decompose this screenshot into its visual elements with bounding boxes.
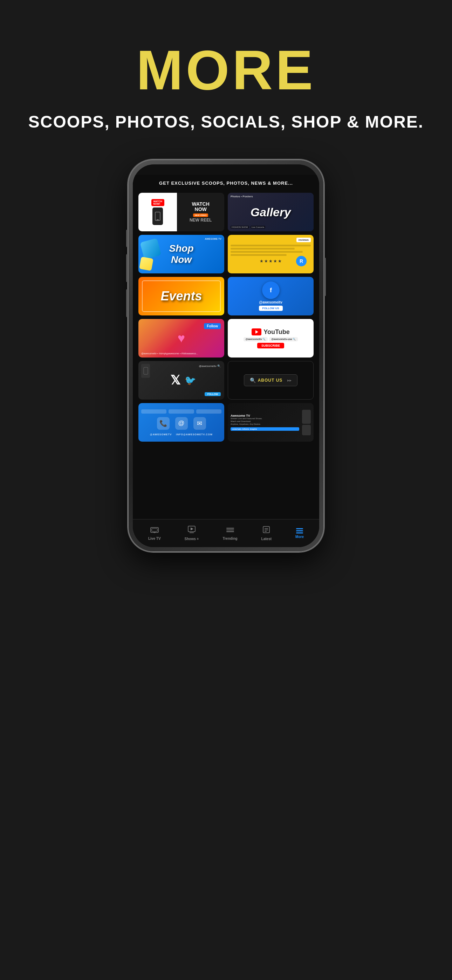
power-button[interactable] [324,258,326,296]
tile-gallery[interactable]: Photos • Posters Gallery FASHION SHOW Li… [228,193,314,231]
twitter-phone-icon [141,364,150,378]
tile-facebook[interactable]: f @awesomeitv FOLLOW US [228,277,314,315]
shop-decor-2 [139,256,153,271]
tile-events[interactable]: Events [138,277,224,315]
svg-rect-4 [144,368,148,374]
tile-watch-now[interactable]: WATCHNOW! WATCHNOW [138,193,224,231]
nav-item-more[interactable]: More [295,528,304,539]
youtube-handle-2: @awesometv-usa 🔍 [269,337,298,341]
about-search-icon: 🔍 [250,377,256,383]
tile-reviews[interactable]: reviews R ★ ★ [228,235,314,274]
contact-tab-2 [169,409,194,414]
screen-content: GET EXCLUSIVE SCOOPS, PHOTOS, NEWS & MOR… [133,175,319,547]
hero-title: MORE [136,42,316,98]
tile-app[interactable]: Awesome TV Stream Live and Featured Show… [228,403,314,442]
hamburger-line-3 [296,532,303,533]
svg-rect-14 [226,531,234,532]
svg-rect-13 [226,530,234,530]
app-text-col: Awesome TV Stream Live and Featured Show… [231,414,299,430]
nav-label-shows: Shows + [185,537,199,541]
twitter-bird-icon: 🐦 [184,374,196,387]
contact-icons: 📞 @ ✉ [157,417,206,430]
watch-now-badge: WATCHNOW! [151,199,164,206]
svg-rect-8 [152,528,157,531]
review-lines [231,245,311,257]
app-title: Awesome TV [231,414,299,417]
tile-watch-now-left: WATCHNOW! [138,193,177,231]
contact-tabs [141,409,221,414]
instagram-follow-badge: Follow [204,323,221,329]
reviews-stars: ★ ★ ★ ★ ★ [259,259,282,264]
app-phone-icons [302,410,311,435]
hamburger-line-2 [296,530,303,531]
phone-inner: GET EXCLUSIVE SCOOPS, PHOTOS, NEWS & MOR… [133,164,319,547]
watch-now-label: WATCHNOW [192,202,209,212]
reviews-icon: R [296,256,307,266]
nav-item-latest[interactable]: Latest [261,526,272,541]
gallery-label: Gallery [250,205,291,219]
tile-shop[interactable]: AWESOME TV ShopNow [138,235,224,274]
twitter-follow-button[interactable]: FOLLOW [205,392,221,396]
tiles-grid: WATCHNOW! WATCHNOW [133,190,319,547]
more-icon [296,528,303,533]
hero-section: MORE SCOOPS, PHOTOS, SOCIALS, SHOP & MOR… [0,0,452,153]
hero-subtitle: SCOOPS, PHOTOS, SOCIALS, SHOP & MORE. [29,112,423,131]
youtube-icon [251,328,261,336]
hamburger-menu-icon [296,528,303,533]
tile-contact[interactable]: 📞 @ ✉ @AWESOMETV INFO@AWESOMETV.COM [138,403,224,442]
awesome-tv-label: AWESOME TV [205,238,221,240]
svg-rect-12 [226,528,234,528]
latest-icon [263,526,270,536]
svg-marker-10 [191,528,193,530]
phone-section: GET EXCLUSIVE SCOOPS, PHOTOS, NEWS & MOR… [0,153,452,580]
app-phone-mini-1 [302,410,311,424]
heart-icon: ♥ [173,329,190,347]
email-contact-icon: ✉ [193,417,206,430]
about-us-arrow: ▶▶ [287,379,291,382]
volume-mute-button[interactable] [126,229,128,247]
hamburger-line-1 [296,528,303,529]
svg-rect-1 [157,220,159,220]
facebook-handle: @awesomeitv [259,301,282,304]
volume-up-button[interactable] [126,254,128,282]
at-contact-icon: @ [175,417,188,430]
contact-bottom-text: @AWESOMETV INFO@AWESOMETV.COM [150,433,213,436]
tile-twitter[interactable]: 𝕏 🐦 @awesomeitv 🔍 FOLLOW [138,361,224,399]
live-tv-icon [150,526,159,535]
nav-item-live-tv[interactable]: Live TV [148,526,161,541]
nav-label-live-tv: Live TV [148,537,161,541]
tile-instagram[interactable]: ♥ Follow @awesomeitv • #simplypawesome •… [138,319,224,358]
trending-icon [226,526,234,535]
phone-outer: GET EXCLUSIVE SCOOPS, PHOTOS, NEWS & MOR… [128,159,324,552]
reviews-badge: reviews [296,238,311,242]
contact-tab-1 [141,409,166,414]
x-logo-icon: 𝕏 [166,372,184,389]
youtube-header: YouTube [251,328,290,336]
nav-item-trending[interactable]: Trending [223,526,237,541]
app-badge: entertain. inform. inspire [231,427,299,431]
facebook-follow-button[interactable]: FOLLOW US [259,305,283,311]
tile-about[interactable]: 🔍 ABOUT US ▶▶ [228,361,314,399]
youtube-handles: @awesomeitv 🔍 @awesometv-usa 🔍 [244,337,298,341]
facebook-icon: f [262,282,280,299]
gallery-tags: FASHION SHOW Live Concerts [231,226,311,229]
photos-label: Photos • Posters [231,195,253,198]
screen-header-text: GET EXCLUSIVE SCOOPS, PHOTOS, NEWS & MOR… [140,180,312,186]
screen-header: GET EXCLUSIVE SCOOPS, PHOTOS, NEWS & MOR… [133,175,319,190]
phone-wrapper: GET EXCLUSIVE SCOOPS, PHOTOS, NEWS & MOR… [128,159,324,552]
app-phone-mini-2 [302,425,311,435]
youtube-handle-1: @awesomeitv 🔍 [244,337,268,341]
phone-contact-icon: 📞 [157,417,170,430]
youtube-subscribe-button[interactable]: SUBSCRIBE [257,343,284,348]
app-desc: Stream Live and Featured Shows.Watch and… [231,417,299,425]
svg-rect-15 [263,527,269,533]
volume-down-button[interactable] [126,289,128,317]
new-reel-label: NEW REEL [189,218,212,223]
youtube-label: YouTube [264,328,290,336]
nav-item-shows[interactable]: Shows + [185,526,199,541]
tile-watch-now-right: WATCHNOW NEW VIDEO NEW REEL [177,193,224,231]
phone-notch [198,164,254,175]
bottom-navigation: Live TV Shows + [133,519,319,547]
tile-youtube[interactable]: YouTube @awesomeitv 🔍 @awesometv-usa 🔍 S… [228,319,314,358]
shows-icon [188,526,196,536]
